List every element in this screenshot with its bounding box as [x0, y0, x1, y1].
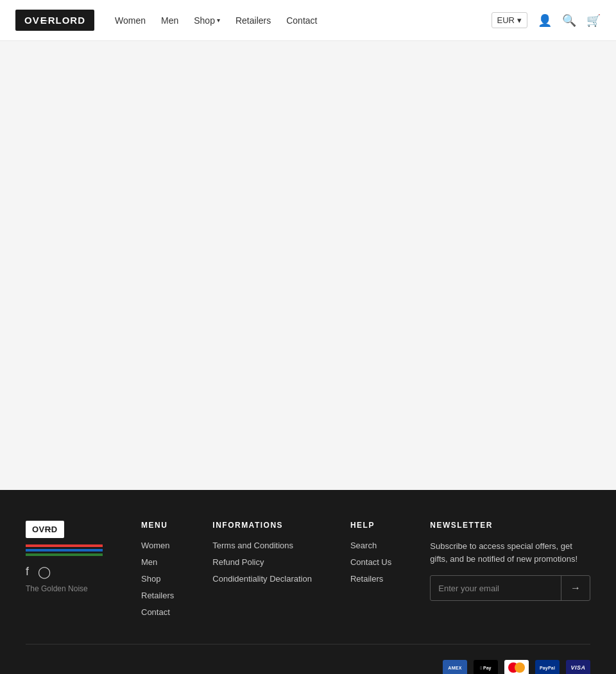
cart-icon[interactable]: 🛒: [586, 13, 601, 28]
nav-contact[interactable]: Contact: [286, 15, 317, 26]
footer-newsletter-title: NEWSLETTER: [430, 521, 590, 530]
main-nav: Women Men Shop ▾ Retailers Contact: [115, 15, 317, 26]
footer-info-list: Terms and Conditions Refund Policy Condi…: [212, 540, 312, 584]
footer-info-col: INFORMATIONS Terms and Conditions Refund…: [212, 521, 312, 623]
amex-payment-icon: AMEX: [443, 660, 467, 674]
site-footer: OVRD f ◯ The Golden Noise MENU Women Men…: [0, 490, 616, 674]
newsletter-email-input[interactable]: [431, 576, 561, 600]
list-item: Contact: [141, 607, 174, 617]
stripe-blue: [26, 549, 103, 552]
footer-menu-list: Women Men Shop Retailers Contact: [141, 540, 174, 617]
footer-menu-retailers[interactable]: Retailers: [141, 591, 174, 600]
footer-help-col: HELP Search Contact Us Retailers: [350, 521, 391, 623]
list-item: Terms and Conditions: [212, 540, 312, 550]
stripe-red: [26, 544, 103, 547]
logo-text2: RLORD: [48, 15, 85, 26]
list-item: Search: [350, 540, 391, 550]
footer-menu-contact[interactable]: Contact: [141, 607, 170, 617]
footer-contact-link[interactable]: Contact Us: [350, 557, 391, 567]
list-item: Retailers: [350, 573, 391, 584]
nav-shop-label: Shop: [194, 15, 215, 26]
paypal-label: PayPal: [540, 666, 555, 670]
footer-brand-col: OVRD f ◯ The Golden Noise: [26, 521, 103, 623]
footer-brand-name: The Golden Noise: [26, 584, 103, 593]
footer-menu-title: MENU: [141, 521, 174, 530]
newsletter-submit-button[interactable]: →: [561, 576, 590, 600]
footer-menu-men[interactable]: Men: [141, 557, 157, 567]
footer-refund-link[interactable]: Refund Policy: [212, 557, 264, 567]
applepay-payment-icon:  Pay: [474, 660, 498, 674]
newsletter-form: →: [430, 575, 590, 601]
visa-payment-icon: VISA: [566, 660, 590, 674]
footer-menu-col: MENU Women Men Shop Retailers Contact: [141, 521, 174, 623]
paypal-payment-icon: PayPal: [535, 660, 560, 674]
nav-women[interactable]: Women: [115, 15, 146, 26]
footer-menu-women[interactable]: Women: [141, 541, 170, 550]
site-logo: OV E RLORD: [15, 10, 94, 31]
mastercard-payment-icon: [504, 660, 529, 674]
visa-label: VISA: [570, 664, 585, 671]
footer-top: OVRD f ◯ The Golden Noise MENU Women Men…: [26, 521, 590, 623]
nav-shop[interactable]: Shop ▾: [194, 15, 220, 26]
logo-wrap[interactable]: OV E RLORD: [15, 10, 94, 31]
amex-label: AMEX: [448, 666, 461, 670]
logo-slash: E: [40, 15, 47, 26]
footer-newsletter-col: NEWSLETTER Subscribe to access special o…: [430, 521, 590, 623]
site-header: OV E RLORD Women Men Shop ▾ Retailers Co…: [0, 0, 616, 41]
stripe-green: [26, 553, 103, 556]
list-item: Refund Policy: [212, 557, 312, 567]
logo-text: OV: [24, 15, 40, 26]
footer-menu-shop[interactable]: Shop: [141, 574, 160, 584]
list-item: Shop: [141, 573, 174, 584]
instagram-icon[interactable]: ◯: [38, 565, 51, 579]
footer-info-title: INFORMATIONS: [212, 521, 312, 530]
header-left: OV E RLORD Women Men Shop ▾ Retailers Co…: [15, 10, 317, 31]
list-item: Men: [141, 557, 174, 567]
nav-retailers[interactable]: Retailers: [235, 15, 271, 26]
footer-help-list: Search Contact Us Retailers: [350, 540, 391, 584]
footer-confidentiality-link[interactable]: Condidentiality Declaration: [212, 574, 312, 584]
list-item: Retailers: [141, 590, 174, 600]
list-item: Contact Us: [350, 557, 391, 567]
nav-men[interactable]: Men: [161, 15, 178, 26]
footer-search-link[interactable]: Search: [350, 541, 377, 550]
chevron-down-icon: ▾: [217, 17, 220, 24]
applepay-label:  Pay: [481, 666, 492, 670]
currency-selector[interactable]: EUR ▾: [492, 12, 527, 28]
footer-terms-link[interactable]: Terms and Conditions: [212, 541, 293, 550]
newsletter-description: Subscribe to access special offers, get …: [430, 540, 590, 565]
list-item: Women: [141, 540, 174, 550]
footer-retailers-link[interactable]: Retailers: [350, 574, 383, 584]
footer-bottom: AMEX  Pay PayPal VISA: [26, 644, 590, 674]
account-icon[interactable]: 👤: [538, 13, 552, 28]
list-item: Condidentiality Declaration: [212, 573, 312, 584]
mastercard-circles: [508, 662, 525, 673]
header-right: EUR ▾ 👤 🔍 🛒: [492, 12, 601, 28]
footer-social: f ◯: [26, 565, 103, 579]
currency-label: EUR: [497, 15, 515, 25]
search-icon[interactable]: 🔍: [562, 13, 576, 28]
facebook-icon[interactable]: f: [26, 565, 29, 579]
currency-chevron-icon: ▾: [517, 15, 522, 25]
mc-orange-circle: [515, 662, 525, 673]
main-content: [0, 41, 616, 490]
footer-logo-stripes: [26, 544, 103, 556]
footer-logo: OVRD: [26, 521, 64, 538]
footer-logo-text: OVRD: [32, 525, 58, 534]
footer-help-title: HELP: [350, 521, 391, 530]
